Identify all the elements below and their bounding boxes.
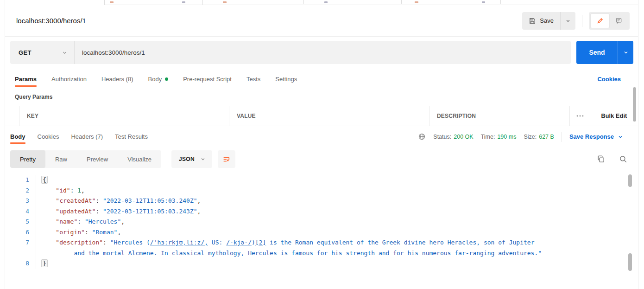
param-handle-column (5, 106, 19, 126)
column-header-key: KEY (19, 106, 229, 126)
tab-method-speck (110, 1, 114, 3)
line-number: 3 (5, 196, 36, 206)
response-view-toolbar: Pretty Raw Preview Visualize JSON (10, 149, 627, 169)
response-tab-body[interactable]: Body (10, 128, 25, 145)
response-tab-cookies[interactable]: Cookies (38, 128, 59, 145)
line-number: 6 (5, 227, 36, 238)
send-button[interactable]: Send (576, 41, 618, 64)
tab-body[interactable]: Body (148, 70, 169, 88)
tab-headers[interactable]: Headers (8) (101, 70, 133, 88)
url-bar: GET Send (10, 41, 633, 64)
chevron-down-icon (62, 50, 68, 56)
chevron-down-icon (200, 156, 206, 162)
comment-icon (615, 17, 622, 24)
rename-request-button[interactable] (591, 14, 609, 28)
header-actions: Save (522, 12, 630, 30)
right-pane-border (638, 0, 638, 289)
more-options-icon (576, 114, 584, 118)
tab-method-speck (415, 1, 418, 3)
pencil-icon (597, 17, 604, 24)
save-button[interactable]: Save (522, 12, 560, 30)
tab-icon-speck (482, 1, 485, 3)
chevron-down-icon (623, 50, 629, 55)
wrap-lines-button[interactable] (218, 150, 235, 168)
tab-icon-speck (182, 1, 185, 3)
request-tabs: Params Authorization Headers (8) Body Pr… (5, 70, 638, 88)
header-separator (582, 15, 582, 27)
code-line: 6 "origin": "Roman", (5, 227, 626, 238)
query-params-table-header: KEY VALUE DESCRIPTION Bulk Edit (5, 106, 638, 126)
comments-button[interactable] (609, 14, 628, 28)
meta-separator (562, 132, 562, 142)
code-rows: 1{2 "id": 1,3 "createdAt": "2022-03-12T1… (5, 175, 626, 269)
wrap-lines-icon (222, 155, 230, 163)
save-button-group: Save (522, 12, 575, 30)
time-badge: Time: 190 ms (481, 134, 517, 140)
cookies-link[interactable]: Cookies (597, 76, 621, 83)
line-number: 4 (5, 206, 36, 217)
line-number (5, 248, 36, 259)
request-title: localhost:3000/heros/1 (16, 17, 86, 25)
response-scrollbar-thumb-top[interactable] (628, 174, 632, 187)
tab-separator (303, 0, 304, 4)
save-options-button[interactable] (560, 12, 575, 30)
tab-icon-speck (324, 1, 328, 3)
save-button-label: Save (540, 17, 554, 24)
code-line: 3 "createdAt": "2022-03-12T11:05:03.240Z… (5, 196, 626, 206)
tab-separator (202, 0, 203, 5)
response-meta: Status: 200 OK Time: 190 ms Size: 627 B … (418, 132, 623, 142)
request-pane-scrollbar[interactable] (633, 87, 636, 122)
response-scrollbar-thumb-bottom[interactable] (628, 253, 632, 271)
status-badge: Status: 200 OK (433, 134, 473, 140)
response-tab-headers[interactable]: Headers (7) (71, 128, 103, 145)
tab-pre-request-script[interactable]: Pre-request Script (183, 70, 232, 88)
view-tab-raw[interactable]: Raw (45, 150, 77, 168)
line-number: 2 (5, 186, 36, 196)
view-tab-pretty[interactable]: Pretty (10, 150, 45, 168)
chevron-down-icon (618, 134, 623, 140)
method-label: GET (19, 49, 32, 56)
edit-comment-group (589, 12, 630, 30)
save-icon (529, 17, 536, 25)
toolbar-right-icons (597, 155, 627, 163)
search-response-button[interactable] (619, 155, 627, 163)
bulk-edit-button[interactable]: Bulk Edit (590, 106, 638, 126)
code-line: 1{ (5, 175, 626, 186)
line-number: 8 (5, 258, 36, 269)
network-globe-icon[interactable] (418, 133, 426, 141)
body-modified-dot (165, 77, 168, 81)
tab-separator (401, 0, 402, 4)
line-number: 1 (5, 175, 36, 186)
tab-separator (500, 0, 501, 4)
view-tab-preview[interactable]: Preview (77, 150, 118, 168)
send-options-button[interactable] (618, 41, 633, 64)
view-tab-visualize[interactable]: Visualize (118, 150, 161, 168)
tab-method-speck (223, 1, 227, 3)
save-response-button[interactable]: Save Response (569, 133, 623, 140)
tab-params[interactable]: Params (15, 70, 37, 88)
send-button-group: Send (576, 41, 633, 64)
code-line: 7 "description": "Hercules (/ˈhɜːrkjʊˌli… (5, 238, 626, 248)
url-field (74, 41, 571, 64)
url-input[interactable] (75, 49, 571, 56)
chevron-down-icon (565, 18, 571, 24)
code-line: 8} (5, 258, 626, 269)
params-more-options-button[interactable] (569, 106, 590, 126)
column-header-value: VALUE (229, 106, 429, 126)
size-badge: Size: 627 B (524, 134, 554, 140)
copy-response-button[interactable] (597, 155, 605, 163)
code-line: and the mortal Alcmene. In classical myt… (5, 248, 626, 259)
tab-tests[interactable]: Tests (246, 70, 260, 88)
response-body-viewer[interactable]: 1{2 "id": 1,3 "createdAt": "2022-03-12T1… (5, 173, 626, 269)
code-line: 4 "updatedAt": "2022-03-12T11:05:03.243Z… (5, 206, 626, 217)
request-header: localhost:3000/heros/1 Save (5, 5, 638, 37)
response-tab-test-results[interactable]: Test Results (115, 128, 148, 145)
format-select[interactable]: JSON (171, 150, 212, 168)
workspace-tab-strip[interactable] (5, 0, 638, 5)
tab-settings[interactable]: Settings (275, 70, 297, 88)
query-params-title: Query Params (15, 94, 52, 100)
response-tabs: Body Cookies Headers (7) Test Results St… (5, 128, 638, 145)
tab-authorization[interactable]: Authorization (51, 70, 87, 88)
method-select[interactable]: GET (10, 41, 74, 64)
postman-window: localhost:3000/heros/1 Save (0, 0, 644, 289)
